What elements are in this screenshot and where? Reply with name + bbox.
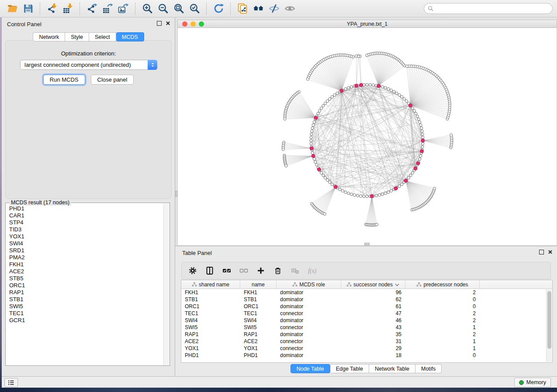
network-canvas[interactable] bbox=[177, 28, 557, 246]
column-header-shared-name[interactable]: shared name bbox=[181, 280, 240, 289]
mcds-result-item[interactable]: SRD1 bbox=[9, 247, 163, 254]
mcds-result-item[interactable]: ORC1 bbox=[9, 282, 163, 289]
column-header-predecessor-nodes[interactable]: predecessor nodes bbox=[405, 280, 480, 289]
eye-icon[interactable] bbox=[282, 2, 298, 16]
table-tabs: Node TableEdge TableNetwork TableMotifs bbox=[175, 364, 557, 373]
table-tab-edge-table[interactable]: Edge Table bbox=[330, 364, 369, 373]
optimization-criterion-dropdown[interactable]: largest connected component (undirected) bbox=[20, 60, 157, 70]
close-panel-icon[interactable]: ✕ bbox=[166, 21, 170, 26]
column-header-MCDS-role[interactable]: MCDS role bbox=[277, 280, 341, 289]
table-cell: connector bbox=[277, 310, 341, 317]
table-cell: ACE2 bbox=[240, 338, 277, 345]
table-cell: STB1 bbox=[181, 296, 240, 303]
table-scrollbar-thumb[interactable] bbox=[547, 291, 551, 349]
network-graph[interactable] bbox=[178, 28, 557, 245]
mcds-result-item[interactable]: TEC1 bbox=[9, 310, 163, 317]
mcds-result-item[interactable]: ACE2 bbox=[9, 268, 163, 275]
hide-eye-icon[interactable] bbox=[266, 2, 282, 16]
mcds-result-item[interactable]: PHD1 bbox=[9, 205, 163, 212]
column-header-successor-nodes[interactable]: successor nodes bbox=[341, 280, 405, 289]
import-network-icon[interactable] bbox=[44, 2, 60, 16]
home-icon[interactable] bbox=[250, 2, 266, 16]
share-document-icon[interactable] bbox=[235, 2, 250, 16]
mcds-result-item[interactable]: STB5 bbox=[9, 275, 163, 282]
table-cell: 47 bbox=[341, 310, 405, 317]
close-panel-button[interactable]: Close panel bbox=[91, 75, 134, 85]
table-row[interactable]: FKH1FKH1dominator962 bbox=[181, 289, 552, 296]
table-cell: 18 bbox=[341, 352, 405, 359]
export-image-icon[interactable] bbox=[115, 2, 131, 16]
table-row[interactable]: ACE2ACE2connector311 bbox=[181, 338, 552, 345]
table-row[interactable]: TEC1TEC1connector472 bbox=[181, 310, 552, 317]
mcds-result-item[interactable]: FKH1 bbox=[9, 261, 163, 268]
mcds-result-item[interactable]: STP4 bbox=[9, 219, 163, 226]
table-cell: dominator bbox=[277, 352, 341, 359]
mcds-result-item[interactable]: RAP1 bbox=[9, 289, 163, 296]
table-cell: 31 bbox=[341, 338, 405, 345]
tab-select[interactable]: Select bbox=[89, 32, 116, 41]
right-region: YPA_prune.txt_1 Table Panel ✕ f(x) share… bbox=[175, 17, 557, 376]
table-scrollbar[interactable] bbox=[546, 289, 552, 362]
table-tab-network-table[interactable]: Network Table bbox=[369, 364, 415, 373]
network-window-titlebar[interactable]: YPA_prune.txt_1 bbox=[177, 20, 557, 28]
zoom-fit-icon[interactable] bbox=[171, 2, 187, 16]
search-input[interactable] bbox=[436, 6, 549, 12]
settings-gear-icon[interactable] bbox=[188, 266, 197, 275]
export-table-icon[interactable] bbox=[100, 2, 115, 16]
show-panels-button[interactable] bbox=[4, 378, 18, 387]
mcds-result-item[interactable]: CAR1 bbox=[9, 212, 163, 219]
refresh-icon[interactable] bbox=[211, 2, 226, 16]
export-network-icon[interactable] bbox=[84, 2, 100, 16]
select-all-icon[interactable] bbox=[222, 266, 232, 275]
run-mcds-button[interactable]: Run MCDS bbox=[43, 75, 85, 85]
tab-mcds[interactable]: MCDS bbox=[116, 32, 144, 41]
mcds-result-item[interactable]: YOX1 bbox=[9, 233, 163, 240]
table-row[interactable]: STB1STB1dominator620 bbox=[181, 296, 552, 303]
column-header-name[interactable]: name bbox=[240, 280, 277, 289]
open-folder-icon[interactable] bbox=[4, 2, 20, 16]
svg-text:f(x): f(x) bbox=[308, 268, 316, 275]
mcds-result-item[interactable]: TID3 bbox=[9, 226, 163, 233]
search-box[interactable] bbox=[424, 3, 553, 14]
mcds-result-list[interactable]: PHD1CAR1STP4TID3YOX1SWI4SRD1PMA2FKH1ACE2… bbox=[6, 203, 163, 365]
add-column-icon[interactable] bbox=[256, 266, 266, 275]
save-icon[interactable] bbox=[20, 2, 36, 16]
shared-column-icon bbox=[192, 282, 197, 287]
table-row[interactable]: YOX1YOX1connector291 bbox=[181, 345, 552, 352]
tab-style[interactable]: Style bbox=[65, 32, 89, 41]
tab-network[interactable]: Network bbox=[33, 32, 65, 41]
table-cell: connector bbox=[277, 345, 341, 352]
split-panel-icon[interactable] bbox=[205, 266, 214, 275]
table-cell: dominator bbox=[277, 289, 341, 296]
zoom-selected-icon[interactable] bbox=[187, 2, 202, 16]
table-tab-node-table[interactable]: Node Table bbox=[291, 364, 330, 373]
zoom-out-icon[interactable] bbox=[155, 2, 171, 16]
table-row[interactable]: SWI4SWI4dominator462 bbox=[181, 317, 552, 324]
table-row[interactable]: PHD1PHD1dominator180 bbox=[181, 352, 552, 359]
table-row[interactable]: RAP1RAP1dominator352 bbox=[181, 331, 552, 338]
table-body: FKH1FKH1dominator962STB1STB1dominator620… bbox=[181, 289, 552, 359]
table-cell: 0 bbox=[405, 303, 480, 310]
mcds-result-item[interactable]: STB1 bbox=[9, 296, 163, 303]
result-list-scrollbar[interactable] bbox=[163, 203, 169, 365]
zoom-in-icon[interactable] bbox=[139, 2, 155, 16]
horizontal-split-grip[interactable] bbox=[364, 243, 370, 245]
mcds-result-item[interactable]: GCR1 bbox=[9, 317, 163, 324]
deselect-all-icon[interactable] bbox=[239, 266, 249, 275]
mcds-result-item[interactable]: SWI4 bbox=[9, 240, 163, 247]
table-cell: 1 bbox=[405, 324, 480, 331]
table-cell: ACE2 bbox=[181, 338, 240, 345]
table-cell: FKH1 bbox=[181, 289, 240, 296]
memory-button[interactable]: Memory bbox=[514, 378, 551, 387]
float-table-panel-icon[interactable] bbox=[539, 250, 544, 254]
table-cell: dominator bbox=[277, 296, 341, 303]
table-row[interactable]: ORC1ORC1dominator610 bbox=[181, 303, 552, 310]
mcds-result-item[interactable]: SWI5 bbox=[9, 303, 163, 310]
mcds-result-item[interactable]: PMA2 bbox=[9, 254, 163, 261]
delete-column-icon[interactable] bbox=[273, 266, 283, 275]
float-panel-icon[interactable] bbox=[157, 21, 162, 26]
table-tab-motifs[interactable]: Motifs bbox=[415, 364, 442, 373]
close-table-panel-icon[interactable]: ✕ bbox=[548, 250, 553, 254]
table-row[interactable]: SWI5SWI5connector431 bbox=[181, 324, 552, 331]
import-table-icon[interactable] bbox=[60, 2, 76, 16]
